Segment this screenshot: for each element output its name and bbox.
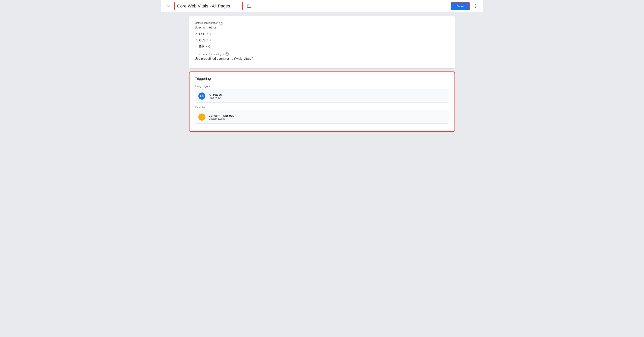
lcp-check-icon: ✓ <box>194 32 197 36</box>
exceptions-label: Exceptions <box>195 106 449 109</box>
all-pages-trigger-type: Page View <box>208 96 222 99</box>
event-name-help-icon[interactable]: ? <box>225 52 228 56</box>
triggering-title: Triggering <box>195 77 449 81</box>
title-input-wrapper <box>174 2 243 10</box>
folder-button[interactable] <box>247 4 252 8</box>
all-pages-icon <box>198 92 206 100</box>
metric-item-inp: ✓ INP ? <box>194 44 450 48</box>
consent-optout-trigger-type: Custom Event <box>208 117 234 120</box>
inp-check-icon: ✓ <box>194 44 197 48</box>
more-options-button[interactable] <box>472 2 479 10</box>
metric-item-lcp: ✓ LCP ? <box>194 32 450 36</box>
title-input[interactable] <box>177 3 240 9</box>
all-pages-trigger-info: All Pages Page View <box>208 93 222 99</box>
main-content: Metrics configuration ? Specific metrics… <box>184 12 460 136</box>
metrics-config-label: Metrics configuration ? <box>194 21 450 24</box>
event-name-value: Use predefined event name ("web_vitals") <box>194 57 450 60</box>
lcp-help-icon[interactable]: ? <box>207 32 211 36</box>
cls-label: CLS <box>199 39 205 42</box>
cls-check-icon: ✓ <box>194 38 197 42</box>
metrics-config-help-icon[interactable]: ? <box>220 21 223 24</box>
metrics-card: Metrics configuration ? Specific metrics… <box>189 16 455 68</box>
cls-help-icon[interactable]: ? <box>207 39 211 42</box>
lcp-label: LCP <box>199 32 205 36</box>
consent-optout-trigger-name: Consent - Opt-out <box>208 114 234 117</box>
event-name-label: Event name for data layer ? <box>194 52 450 56</box>
svg-point-4 <box>475 7 476 8</box>
inp-label: INP <box>199 45 204 48</box>
consent-optout-icon <box>198 113 206 121</box>
app-container: Save Metrics configuration ? Specific me… <box>161 0 483 337</box>
triggering-card: Triggering Firing Triggers All Pages Pag… <box>189 71 455 132</box>
inp-help-icon[interactable]: ? <box>206 45 210 48</box>
top-bar: Save <box>161 0 483 12</box>
firing-triggers-label: Firing Triggers <box>195 85 449 88</box>
close-button[interactable] <box>165 2 172 10</box>
consent-optout-trigger[interactable]: Consent - Opt-out Custom Event <box>195 111 449 123</box>
svg-point-3 <box>475 6 476 6</box>
save-button[interactable]: Save <box>451 2 470 10</box>
metric-item-cls: ✓ CLS ? <box>194 38 450 42</box>
all-pages-trigger[interactable]: All Pages Page View <box>195 89 449 102</box>
all-pages-trigger-name: All Pages <box>208 93 222 96</box>
specific-metrics-label: Specific metrics <box>194 26 450 29</box>
consent-optout-trigger-info: Consent - Opt-out Custom Event <box>208 114 234 120</box>
svg-point-2 <box>475 4 476 5</box>
